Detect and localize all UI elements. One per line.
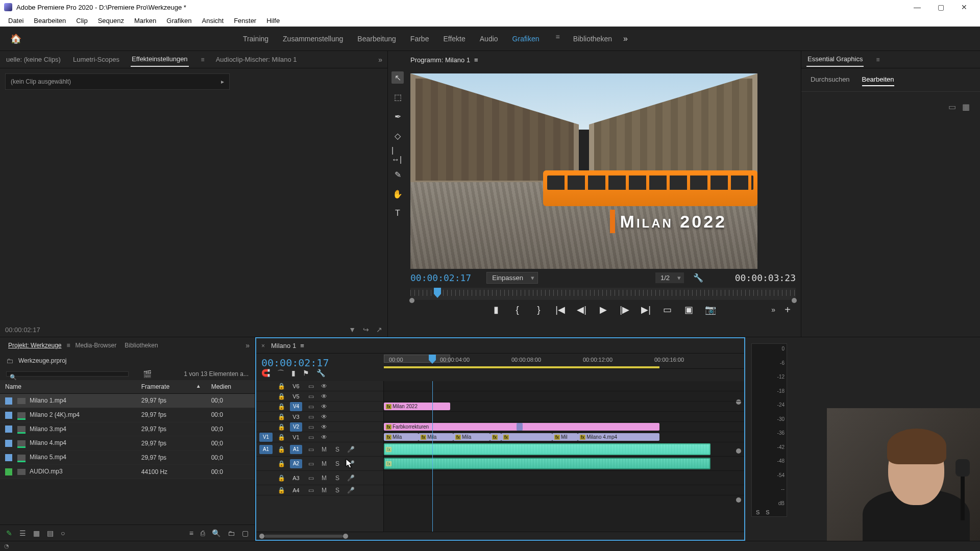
solo-left[interactable]: S: [756, 509, 760, 515]
source-tab[interactable]: Effekteinstellungen: [131, 52, 189, 67]
source-patch[interactable]: [259, 422, 273, 432]
lock-icon[interactable]: 🔒: [277, 487, 286, 494]
snap-icon[interactable]: 🧲: [261, 369, 270, 378]
label-chip[interactable]: [5, 468, 12, 475]
menu-clip[interactable]: Clip: [72, 16, 91, 26]
workspace-bearbeitung[interactable]: Bearbeitung: [356, 33, 397, 45]
fx-badge[interactable]: fx: [455, 435, 461, 440]
go-to-in-icon[interactable]: |◀: [555, 304, 566, 315]
add-marker-icon[interactable]: ⚑: [303, 369, 309, 378]
zoom-slider[interactable]: ○: [61, 529, 65, 537]
clip[interactable]: fxMilan 2022: [384, 403, 450, 410]
eg-title[interactable]: Essential Graphics: [806, 52, 864, 67]
overflow-icon[interactable]: »: [771, 306, 775, 314]
marker-icon[interactable]: ▮: [291, 369, 296, 378]
sync-lock-icon[interactable]: ▭: [306, 403, 315, 410]
track-name[interactable]: V4: [290, 402, 302, 411]
sync-lock-icon[interactable]: ▭: [306, 474, 315, 482]
label-chip[interactable]: [5, 454, 12, 461]
menu-hilfe[interactable]: Hilfe: [262, 16, 284, 26]
menu-marken[interactable]: Marken: [130, 16, 160, 26]
source-patch[interactable]: [259, 486, 273, 495]
source-patch[interactable]: [259, 382, 273, 391]
zoom-handle-left[interactable]: [259, 534, 264, 539]
panel-menu-icon[interactable]: ≡: [876, 56, 879, 63]
lock-icon[interactable]: 🔒: [277, 413, 286, 420]
lift-icon[interactable]: ▭: [662, 304, 673, 315]
track-name[interactable]: V3: [290, 414, 302, 420]
workspace-training[interactable]: Training: [242, 33, 270, 45]
eye-icon[interactable]: 👁: [320, 383, 329, 390]
panel-menu-icon[interactable]: ≡: [67, 342, 70, 349]
video-track-header[interactable]: 🔒V6▭👁: [256, 381, 383, 391]
pen-icon[interactable]: ✎: [6, 529, 12, 537]
program-scrubber[interactable]: [410, 288, 796, 300]
voiceover-icon[interactable]: 🎤: [346, 474, 355, 482]
sync-lock-icon[interactable]: ▭: [306, 434, 315, 441]
workspace-menu-icon[interactable]: ≡: [556, 33, 560, 45]
lock-icon[interactable]: 🔒: [277, 474, 286, 482]
home-icon[interactable]: 🏠: [8, 31, 23, 46]
find-icon[interactable]: 🔍: [212, 529, 220, 537]
eye-icon[interactable]: 👁: [320, 434, 329, 441]
fx-badge[interactable]: fx: [492, 435, 498, 440]
button-editor-icon[interactable]: +: [785, 304, 791, 316]
project-item[interactable]: Milano 4.mp429,97 fps00;0: [0, 436, 255, 450]
list-view-icon[interactable]: ☰: [19, 529, 26, 537]
eye-icon[interactable]: 👁: [320, 423, 329, 431]
selection-tool-icon[interactable]: ↖: [391, 71, 404, 84]
source-tab[interactable]: Lumetri-Scopes: [72, 53, 120, 66]
track-lane[interactable]: fxMilan 2022: [384, 402, 744, 412]
extract-icon[interactable]: ▣: [683, 304, 695, 315]
eg-tab-bearbeiten[interactable]: Bearbeiten: [862, 73, 894, 86]
lock-icon[interactable]: 🔒: [277, 393, 286, 400]
sequence-name[interactable]: Milano 1: [271, 342, 296, 349]
solo-right[interactable]: S: [766, 509, 769, 515]
zoom-select[interactable]: 1/2: [655, 272, 684, 283]
timeline-timecode[interactable]: 00:00:02:17: [261, 357, 379, 369]
clip[interactable]: fxMila: [453, 433, 490, 441]
fx-badge[interactable]: fx: [386, 424, 391, 430]
video-track-header[interactable]: 🔒V5▭👁: [256, 391, 383, 402]
playhead-line[interactable]: [432, 381, 433, 532]
clip[interactable]: fx: [384, 443, 710, 455]
menu-fenster[interactable]: Fenster: [230, 16, 260, 26]
label-chip[interactable]: [5, 397, 12, 405]
new-bin2-icon[interactable]: 🗀: [228, 529, 235, 537]
overflow-icon[interactable]: »: [378, 56, 382, 64]
rectangle-tool-icon[interactable]: ◇: [391, 130, 404, 142]
project-item[interactable]: Milano 2 (4K).mp429,97 fps00:0: [0, 408, 255, 422]
new-item-icon[interactable]: ▢: [242, 529, 249, 537]
project-tab[interactable]: Projekt: Werkzeuge: [5, 340, 65, 351]
track-name[interactable]: V6: [290, 383, 302, 389]
lock-icon[interactable]: 🔒: [277, 403, 286, 410]
workspace-farbe[interactable]: Farbe: [409, 33, 430, 45]
menu-ansicht[interactable]: Ansicht: [198, 16, 228, 26]
new-layer-icon[interactable]: ▭: [948, 102, 956, 112]
step-back-icon[interactable]: ◀|: [576, 304, 587, 315]
chevron-right-icon[interactable]: ▸: [221, 78, 224, 85]
project-tab[interactable]: Bibliotheken: [121, 340, 161, 351]
sync-lock-icon[interactable]: ▭: [306, 460, 315, 467]
sync-lock-icon[interactable]: ▭: [306, 413, 315, 420]
timeline-ruler[interactable]: 00:0000:00:04:0000:00:08:0000:00:12:0000…: [384, 354, 744, 369]
track-name[interactable]: V1: [290, 434, 302, 440]
track-lane[interactable]: [384, 391, 744, 402]
workspace-effekte[interactable]: Effekte: [442, 33, 466, 45]
audio-track-header[interactable]: A1🔒A1▭MS🎤: [256, 442, 383, 457]
program-timecode-left[interactable]: 00:00:02:17: [410, 272, 471, 283]
column-header[interactable]: Framerate▲: [136, 380, 206, 394]
track-lane[interactable]: fxFarbkorrekturen: [384, 422, 744, 432]
fx-badge[interactable]: fx: [386, 435, 391, 440]
track-name[interactable]: V2: [290, 422, 302, 432]
mark-in-icon[interactable]: {: [512, 305, 523, 315]
eye-icon[interactable]: 👁: [320, 413, 329, 420]
source-tab[interactable]: uelle: (keine Clips): [5, 53, 62, 66]
minimize-button[interactable]: —: [905, 0, 929, 14]
close-button[interactable]: ✕: [952, 0, 976, 14]
project-item[interactable]: AUDIO.mp344100 Hz00:0: [0, 465, 255, 479]
pen-tool-icon[interactable]: ✒: [391, 110, 404, 122]
direct-select-tool-icon[interactable]: ⬚: [391, 91, 404, 103]
source-patch[interactable]: [259, 412, 273, 421]
track-name[interactable]: A2: [290, 459, 302, 468]
